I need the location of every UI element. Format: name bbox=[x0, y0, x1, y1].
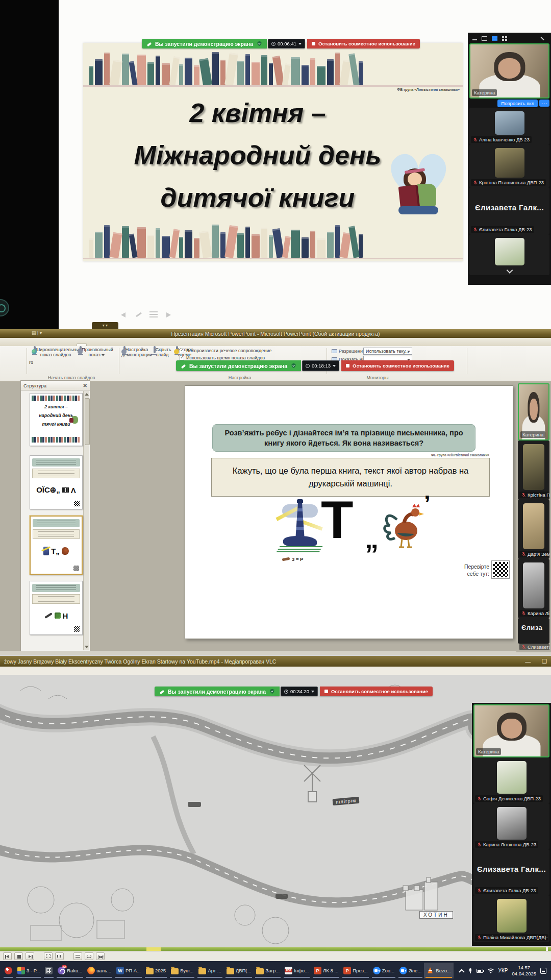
playlist-button[interactable] bbox=[73, 952, 82, 960]
tray-expand-icon[interactable] bbox=[459, 969, 464, 974]
close-icon[interactable]: ✕ bbox=[83, 383, 87, 388]
taskbar-item[interactable]: Beżo... bbox=[424, 963, 454, 978]
tray-mic-icon[interactable] bbox=[469, 968, 472, 973]
use-timings-checkbox[interactable]: Использовать время показа слайдов bbox=[180, 355, 265, 360]
vlc-menu-item[interactable] bbox=[53, 670, 60, 671]
taskbar-item[interactable]: 22 Raku... bbox=[55, 963, 85, 978]
notification-badge: 22 bbox=[62, 965, 67, 968]
previous-button[interactable] bbox=[3, 952, 12, 960]
speaker-view-icon[interactable] bbox=[492, 36, 497, 41]
participant-tile[interactable]: Катерина bbox=[473, 704, 549, 757]
vlc-titlebar[interactable]: żowy Jasny Brązowy Biały Ekscentryczny T… bbox=[0, 656, 551, 667]
custom-show-button[interactable]: Произвольный показ bbox=[78, 347, 115, 358]
setup-show-button[interactable]: Настройка демонстрации bbox=[121, 347, 150, 358]
next-button[interactable] bbox=[26, 952, 34, 960]
taskbar-item[interactable]: P През... bbox=[341, 963, 370, 978]
taskbar-item[interactable]: Арт ... bbox=[196, 963, 223, 978]
vlc-video-area[interactable]: пілігрім ХОТИН bbox=[0, 675, 551, 947]
gallery-view-icon[interactable] bbox=[502, 36, 508, 41]
vlc-menu-item[interactable] bbox=[4, 670, 11, 671]
fullscreen-button[interactable] bbox=[44, 952, 53, 960]
share-timer[interactable]: 00:18:13 bbox=[302, 360, 339, 371]
stop-share-button[interactable]: Остановить совместное использование bbox=[307, 39, 420, 48]
scroll-down-chevron-icon[interactable] bbox=[506, 267, 513, 274]
stop-button[interactable] bbox=[14, 952, 23, 960]
tray-clock[interactable]: 14:57 04.04.2025 bbox=[512, 965, 536, 976]
slide-thumbnail[interactable]: 2 квітня –народний деньтячої книги bbox=[30, 393, 83, 446]
powerpoint-titlebar[interactable]: ▤ | ▾ Презентация Microsoft PowerPoint -… bbox=[0, 329, 551, 338]
taskbar-item[interactable]: Букт... bbox=[168, 963, 196, 978]
participant-tile[interactable]: Софія Денисенко ДВП-23 bbox=[473, 757, 549, 803]
vlc-seekbar[interactable] bbox=[0, 947, 551, 951]
vlc-menu-item[interactable] bbox=[45, 670, 52, 671]
participant-tile[interactable]: Дар’я Зем bbox=[518, 500, 549, 559]
slide-thumbnail[interactable]: Н bbox=[30, 581, 83, 635]
taskbar-item[interactable]: валь... bbox=[85, 963, 114, 978]
participant-tile[interactable]: Карина Літвінова ДВ-23 bbox=[473, 803, 549, 849]
slide-thumbnail[interactable]: Т„ bbox=[30, 516, 83, 575]
expand-icon[interactable] bbox=[541, 36, 546, 41]
minimize-button[interactable]: — bbox=[525, 658, 531, 665]
participant-tile[interactable]: Єлизавета Галк... Єлизавета Галка ДВ-23 bbox=[473, 849, 549, 895]
ask-unmute-button[interactable]: Попросить вкл bbox=[497, 100, 538, 107]
pen-tool-icon[interactable] bbox=[135, 311, 143, 318]
participant-tile[interactable]: Катерина bbox=[469, 43, 549, 99]
broadcast-slideshow-button[interactable]: Широковещательный показ слайдов bbox=[34, 347, 78, 358]
slide-thumbnail[interactable]: ОЇС⊕„ Λ bbox=[30, 455, 83, 509]
slide-menu-icon[interactable] bbox=[149, 311, 158, 318]
participant-tile[interactable]: Аліна Іванченко ДВ 23 bbox=[469, 108, 549, 144]
window-icon[interactable] bbox=[482, 36, 487, 41]
stop-share-button[interactable]: Остановить совместное использование bbox=[320, 687, 433, 696]
share-timer[interactable]: 00:06:41 bbox=[268, 39, 305, 48]
loop-button[interactable] bbox=[85, 952, 93, 960]
vlc-menu-item[interactable] bbox=[12, 670, 19, 671]
share-timer[interactable]: 00:34:20 bbox=[281, 687, 318, 696]
taskbar-item[interactable] bbox=[42, 963, 55, 978]
narration-checkbox[interactable]: Воспроизвести речевое сопровождение bbox=[180, 348, 271, 353]
taskbar-item[interactable]: P ЛК 8 ... bbox=[311, 963, 341, 978]
taskbar-item[interactable]: ДВП(... bbox=[224, 963, 254, 978]
taskbar-item[interactable]: Zoo... bbox=[370, 963, 397, 978]
quick-access-icons[interactable]: ▤ | ▾ bbox=[32, 330, 42, 335]
participant-tile[interactable] bbox=[469, 234, 549, 275]
taskbar-item[interactable]: 3 - Р... bbox=[15, 963, 42, 978]
participant-tile[interactable]: Єлизавета Галк... Єлизавета Галка ДВ-23 bbox=[469, 187, 549, 234]
resolution-dropdown[interactable]: Использовать теку... bbox=[363, 348, 412, 355]
participant-tile[interactable]: Попросить вкл ··· bbox=[469, 99, 549, 108]
taskbar-item[interactable]: Эле... bbox=[397, 963, 424, 978]
maximize-button[interactable]: ❑ bbox=[542, 658, 547, 665]
participant-tile[interactable]: Єлиза bbox=[518, 618, 549, 644]
vlc-menu-item[interactable] bbox=[37, 670, 44, 671]
participant-tile[interactable]: Катерина bbox=[518, 383, 549, 440]
slide-editing-area[interactable]: Розв’яжіть ребус і дізнайтеся ім’я та пр… bbox=[185, 385, 513, 639]
minimize-icon[interactable] bbox=[472, 37, 477, 40]
taskbar-item[interactable] bbox=[2, 963, 15, 978]
hide-slide-button[interactable]: Скрыть слайд bbox=[151, 347, 173, 358]
participant-tile[interactable]: Крістіна П bbox=[518, 440, 549, 500]
participant-tile[interactable]: Єлизавета bbox=[518, 644, 549, 652]
stop-share-button[interactable]: Остановить совместное использование bbox=[341, 360, 454, 371]
equalizer-button[interactable] bbox=[55, 952, 64, 960]
taskbar-item[interactable]: 2025 bbox=[143, 963, 168, 978]
taskbar-item[interactable]: W РП А... bbox=[114, 963, 143, 978]
scroll-up-icon[interactable] bbox=[85, 393, 89, 396]
outline-tab[interactable]: Структура bbox=[23, 383, 46, 388]
action-center-icon[interactable] bbox=[540, 968, 546, 974]
participant-tile[interactable]: Поліна Михайлова ДВП(ДВ)-23 bbox=[473, 895, 549, 942]
tray-wifi-icon[interactable] bbox=[487, 968, 494, 973]
previous-slide-icon[interactable] bbox=[120, 311, 128, 318]
keyboard-language[interactable]: УКР bbox=[498, 968, 508, 973]
scroll-down-icon[interactable] bbox=[85, 646, 89, 648]
vlc-menu-item[interactable] bbox=[20, 670, 28, 671]
quick-access-toolbar[interactable]: ▾ ▾ bbox=[92, 322, 118, 329]
more-options-button[interactable]: ··· bbox=[539, 100, 549, 107]
shuffle-button[interactable] bbox=[96, 952, 105, 960]
vlc-menu-item[interactable] bbox=[29, 670, 36, 671]
next-slide-icon[interactable] bbox=[164, 311, 172, 318]
taskbar-item[interactable]: Інфо... bbox=[282, 963, 311, 978]
taskbar-item[interactable]: Загр... bbox=[254, 963, 282, 978]
thumbnails-scrollbar[interactable] bbox=[83, 391, 89, 650]
participant-tile[interactable]: Крістіна Пташинська ДВП-23 bbox=[469, 144, 549, 187]
participant-tile[interactable]: Карина Лі bbox=[518, 559, 549, 618]
tray-battery-icon[interactable] bbox=[477, 969, 483, 973]
